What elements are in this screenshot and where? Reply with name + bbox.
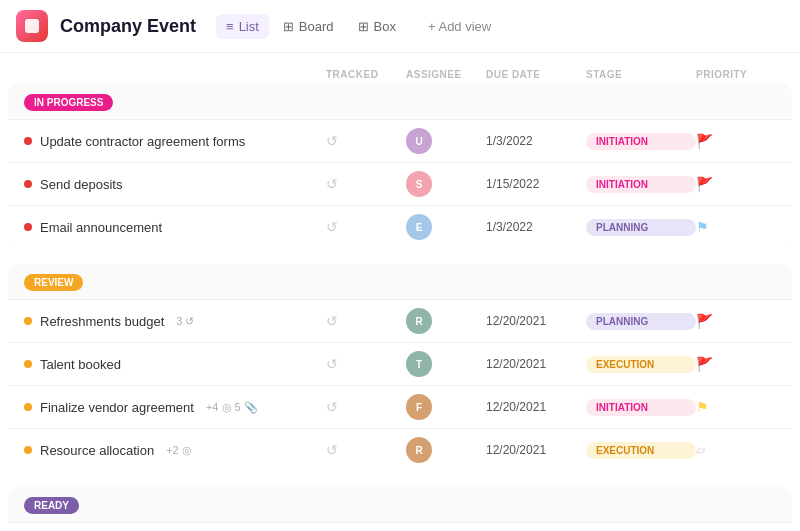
list-icon: ≡ (226, 19, 234, 34)
stage-badge: PLANNING (586, 219, 696, 236)
stage-badge: PLANNING (586, 313, 696, 330)
stage-badge: EXECUTION (586, 356, 696, 373)
table-row: Talent booked ↺ T 12/20/2021 EXECUTION 🚩 (8, 342, 792, 385)
table-row: Email announcement ↺ E 1/3/2022 PLANNING… (8, 205, 792, 248)
content: TRACKED ASSIGNEE DUE DATE STAGE PRIORITY… (0, 53, 800, 531)
task-name: Refreshments budget 3 ↺ (24, 314, 326, 329)
task-dot (24, 317, 32, 325)
task-dot (24, 403, 32, 411)
table-row: Resource allocation +2 ◎ ↺ R 12/20/2021 … (8, 428, 792, 471)
table-row: Update contractor agreement forms ↺ U 1/… (8, 119, 792, 162)
assignee-avatar: E (406, 214, 432, 240)
tasks-ready: Update website ↺ U 12/20/2021 PLANNING ▱… (8, 522, 792, 531)
task-name: Resource allocation +2 ◎ (24, 443, 326, 458)
priority-icon: ⚑ (696, 399, 776, 415)
priority-icon: 🚩 (696, 133, 776, 149)
task-dot (24, 180, 32, 188)
col-stage: STAGE (586, 69, 696, 80)
priority-icon: ▱ (696, 443, 776, 457)
tracked-icon: ↺ (326, 133, 406, 149)
due-date: 12/20/2021 (486, 314, 586, 328)
task-meta: +2 ◎ (166, 444, 192, 457)
priority-icon: ⚑ (696, 219, 776, 235)
nav-tabs: ≡ List ⊞ Board ⊞ Box (216, 14, 406, 39)
col-assignee: ASSIGNEE (406, 69, 486, 80)
tab-list[interactable]: ≡ List (216, 14, 269, 39)
due-date: 12/20/2021 (486, 443, 586, 457)
tracked-icon: ↺ (326, 176, 406, 192)
badge-in-progress: IN PROGRESS (24, 94, 113, 111)
col-due-date: DUE DATE (486, 69, 586, 80)
board-icon: ⊞ (283, 19, 294, 34)
tracked-icon: ↺ (326, 356, 406, 372)
col-tracked: TRACKED (326, 69, 406, 80)
stage-badge: INITIATION (586, 133, 696, 150)
tracked-icon: ↺ (326, 399, 406, 415)
assignee-avatar: T (406, 351, 432, 377)
assignee-avatar: R (406, 437, 432, 463)
task-dot (24, 223, 32, 231)
badge-review: REVIEW (24, 274, 83, 291)
page-title: Company Event (60, 16, 196, 37)
stage-badge: INITIATION (586, 176, 696, 193)
task-name: Send deposits (24, 177, 326, 192)
due-date: 1/15/2022 (486, 177, 586, 191)
tab-board[interactable]: ⊞ Board (273, 14, 344, 39)
task-meta: 3 ↺ (176, 315, 194, 328)
task-name: Talent booked (24, 357, 326, 372)
table-row: Update website ↺ U 12/20/2021 PLANNING ▱ (8, 522, 792, 531)
table-row: Finalize vendor agreement +4 ◎ 5 📎 ↺ F 1… (8, 385, 792, 428)
badge-ready: READY (24, 497, 79, 514)
tab-box[interactable]: ⊞ Box (348, 14, 406, 39)
box-icon: ⊞ (358, 19, 369, 34)
priority-icon: 🚩 (696, 313, 776, 329)
task-meta: +4 ◎ 5 📎 (206, 401, 258, 414)
task-dot (24, 137, 32, 145)
due-date: 1/3/2022 (486, 220, 586, 234)
tracked-icon: ↺ (326, 442, 406, 458)
table-header: TRACKED ASSIGNEE DUE DATE STAGE PRIORITY (8, 65, 792, 84)
assignee-avatar: R (406, 308, 432, 334)
priority-icon: 🚩 (696, 176, 776, 192)
due-date: 12/20/2021 (486, 357, 586, 371)
task-name: Update contractor agreement forms (24, 134, 326, 149)
tasks-in-progress: Update contractor agreement forms ↺ U 1/… (8, 119, 792, 248)
task-name: Finalize vendor agreement +4 ◎ 5 📎 (24, 400, 326, 415)
assignee-avatar: S (406, 171, 432, 197)
table-row: Refreshments budget 3 ↺ ↺ R 12/20/2021 P… (8, 299, 792, 342)
add-view-button[interactable]: + Add view (418, 14, 501, 39)
task-dot (24, 360, 32, 368)
stage-badge: EXECUTION (586, 442, 696, 459)
assignee-avatar: U (406, 128, 432, 154)
app-icon (16, 10, 48, 42)
tasks-review: Refreshments budget 3 ↺ ↺ R 12/20/2021 P… (8, 299, 792, 471)
task-dot (24, 446, 32, 454)
section-in-progress: IN PROGRESS Update contractor agreement … (8, 84, 792, 248)
task-name: Email announcement (24, 220, 326, 235)
stage-badge: INITIATION (586, 399, 696, 416)
col-priority: PRIORITY (696, 69, 776, 80)
due-date: 1/3/2022 (486, 134, 586, 148)
priority-icon: 🚩 (696, 356, 776, 372)
due-date: 12/20/2021 (486, 400, 586, 414)
tracked-icon: ↺ (326, 219, 406, 235)
header: Company Event ≡ List ⊞ Board ⊞ Box + Add… (0, 0, 800, 53)
table-row: Send deposits ↺ S 1/15/2022 INITIATION 🚩 (8, 162, 792, 205)
section-review: REVIEW Refreshments budget 3 ↺ ↺ R 12/20… (8, 264, 792, 471)
tracked-icon: ↺ (326, 313, 406, 329)
section-ready: READY Update website ↺ U 12/20/2021 PLAN… (8, 487, 792, 531)
assignee-avatar: F (406, 394, 432, 420)
